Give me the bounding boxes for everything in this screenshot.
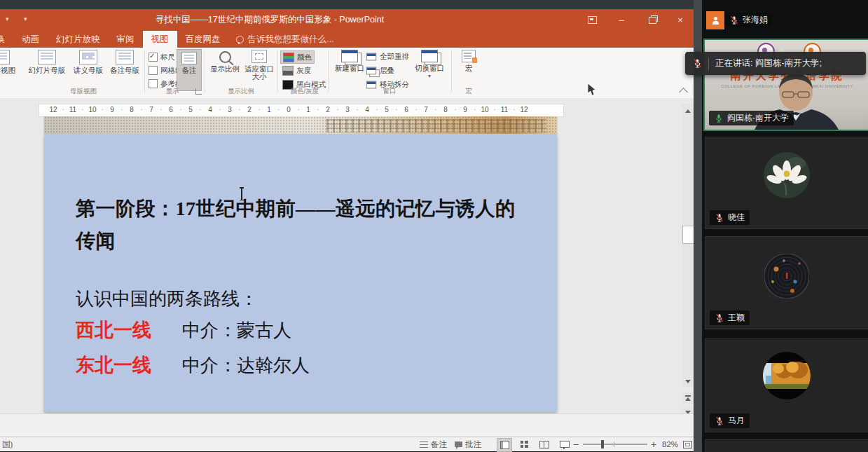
arrange-all-button[interactable]: 全部重排 bbox=[366, 50, 409, 62]
ruler-number: 0 bbox=[282, 106, 296, 114]
ruler-tick: · bbox=[238, 106, 241, 114]
slide-sorter-icon bbox=[521, 441, 528, 448]
notes-lines-icon bbox=[420, 441, 428, 448]
slide-sorter-view-button[interactable] bbox=[517, 438, 531, 451]
zoom-in-button[interactable]: + bbox=[651, 437, 656, 451]
reading-view-button-status[interactable] bbox=[537, 438, 551, 451]
route2-desc: 中介：达斡尔人 bbox=[182, 353, 310, 378]
group-label-master-views: 母版视图 bbox=[25, 87, 142, 96]
grayscale-button[interactable]: 灰度 bbox=[280, 64, 313, 76]
route1-desc: 中介：蒙古人 bbox=[182, 318, 291, 343]
handout-master-icon bbox=[79, 50, 97, 64]
participant-tile-6-partial[interactable] bbox=[705, 439, 868, 452]
ruler-number: 12 bbox=[517, 106, 531, 114]
scrollbar-thumb[interactable] bbox=[682, 226, 694, 244]
screen: ▾ ▾ 寻找中国——17世纪中期前俄罗斯的中国形象 - PowerPoint –… bbox=[0, 0, 868, 452]
color-icon bbox=[283, 53, 294, 62]
reading-view-icon bbox=[0, 50, 10, 64]
reading-view-icon bbox=[539, 441, 549, 448]
zoom-out-button[interactable]: − bbox=[573, 437, 579, 451]
ruler-number: 4 bbox=[203, 106, 217, 114]
notes-pane-collapsed[interactable] bbox=[0, 413, 694, 437]
ruler-number: 2 bbox=[321, 106, 335, 114]
tab-slideshow[interactable]: 幻灯片放映 bbox=[48, 31, 109, 48]
text-cursor bbox=[241, 187, 242, 200]
reading-view-button[interactable]: 阅读视图 bbox=[0, 48, 20, 88]
notes-master-button[interactable]: 备注母版 bbox=[108, 48, 142, 88]
slide-intro-text[interactable]: 认识中国的两条路线： bbox=[76, 287, 258, 311]
status-comments-button[interactable]: 批注 bbox=[455, 437, 481, 451]
slideshow-view-button[interactable] bbox=[558, 438, 572, 451]
ruler-tick: · bbox=[513, 106, 516, 114]
normal-view-button[interactable] bbox=[497, 438, 512, 452]
color-button[interactable]: 颜色 bbox=[280, 50, 315, 64]
participant-tile-3[interactable]: 晓佳 bbox=[705, 137, 868, 229]
ruler-checkbox[interactable]: 标尺 bbox=[149, 51, 175, 63]
close-button[interactable]: × bbox=[668, 9, 692, 31]
window-title: 寻找中国——17世纪中期前俄罗斯的中国形象 - PowerPoint bbox=[0, 14, 539, 26]
previous-slide-button[interactable] bbox=[682, 392, 694, 404]
notes-button[interactable]: 备注 bbox=[177, 49, 202, 91]
slideshow-icon bbox=[560, 441, 570, 448]
participant-tile-4[interactable]: 王颖 bbox=[705, 236, 868, 329]
ruler-number: 1 bbox=[301, 106, 315, 114]
fit-to-window-button[interactable]: 适应窗口大小 bbox=[244, 48, 275, 88]
slide-master-button[interactable]: 幻灯片母版 bbox=[25, 48, 69, 88]
participant-tile-1[interactable]: 张海娟 bbox=[705, 6, 868, 32]
slide-canvas[interactable]: 第一阶段：17世纪中期前——遥远的记忆与诱人的传闻 认识中国的两条路线： 西北一… bbox=[44, 134, 557, 412]
handout-master-button[interactable]: 讲义母版 bbox=[70, 48, 106, 88]
zoom-slider-thumb[interactable] bbox=[601, 440, 604, 448]
macros-button[interactable]: 宏 bbox=[455, 48, 482, 88]
ribbon-display-options-button[interactable] bbox=[580, 9, 604, 31]
ruler-number: 5 bbox=[184, 106, 198, 114]
vertical-scrollbar[interactable] bbox=[682, 104, 694, 385]
speaking-banner-text: 正在讲话: 阎国栋-南开大学; bbox=[715, 57, 822, 69]
ruler-tick: · bbox=[297, 106, 300, 114]
restore-icon bbox=[649, 17, 656, 24]
ruler-tick: · bbox=[140, 106, 143, 114]
show-dialog-launcher[interactable] bbox=[195, 88, 202, 95]
slide-route1-line[interactable]: 西北一线 中介：蒙古人 bbox=[76, 317, 291, 343]
ruler-tick: · bbox=[493, 106, 496, 114]
tab-view[interactable]: 视图 bbox=[143, 31, 177, 48]
fit-slide-icon bbox=[683, 441, 692, 448]
participant-avatar-icon bbox=[706, 11, 724, 29]
participant-name: 晓佳 bbox=[728, 212, 745, 224]
tell-me-box[interactable]: 告诉我您想要做什么... bbox=[229, 31, 341, 48]
participant-tile-5[interactable]: 马月 bbox=[705, 338, 868, 432]
scroll-down-button[interactable] bbox=[682, 376, 694, 387]
fit-window-icon bbox=[252, 50, 267, 63]
cascade-button[interactable]: 层叠 bbox=[366, 64, 394, 76]
ruler-tick: · bbox=[336, 106, 339, 114]
group-label-macro: 宏 bbox=[455, 87, 482, 96]
comment-bubble-icon bbox=[455, 441, 462, 447]
language-indicator-partial[interactable]: 国) bbox=[2, 437, 13, 451]
status-notes-button[interactable]: 备注 bbox=[420, 437, 447, 451]
chevron-down-icon: ▾ bbox=[428, 74, 431, 78]
mic-muted-icon bbox=[715, 416, 724, 426]
slide-route2-line[interactable]: 东北一线 中介：达斡尔人 bbox=[76, 352, 310, 378]
ruler-number: 7 bbox=[419, 106, 433, 114]
tab-transitions[interactable]: 切换 bbox=[0, 31, 13, 48]
group-label-window: 窗口 bbox=[332, 87, 447, 96]
minimize-button[interactable]: – bbox=[609, 9, 633, 31]
fit-slide-to-window-button[interactable] bbox=[680, 438, 694, 451]
tab-review[interactable]: 审阅 bbox=[109, 31, 143, 48]
zoom-slider-track[interactable] bbox=[583, 444, 647, 445]
new-window-button[interactable]: 新建窗口 bbox=[332, 48, 367, 88]
tab-baidu-netdisk[interactable]: 百度网盘 bbox=[177, 31, 229, 48]
ruler-tick: · bbox=[395, 106, 398, 114]
slide-title-text[interactable]: 第一阶段：17世纪中期前——遥远的记忆与诱人的传闻 bbox=[76, 193, 530, 257]
restore-button[interactable] bbox=[640, 9, 664, 31]
switch-windows-button[interactable]: 切换窗口 ▾ bbox=[412, 48, 447, 88]
ruler-tick: · bbox=[101, 106, 104, 114]
participant-name: 阎国栋-南开大学 bbox=[727, 112, 789, 124]
mic-muted-icon bbox=[715, 313, 724, 323]
ruler-number: 3 bbox=[223, 106, 237, 114]
scroll-up-button[interactable] bbox=[682, 105, 694, 116]
zoom-button[interactable]: 显示比例 bbox=[207, 48, 242, 88]
tab-animations[interactable]: 动画 bbox=[13, 31, 48, 48]
ruler-number: 9 bbox=[458, 106, 472, 114]
zoom-percentage[interactable]: 82% bbox=[662, 437, 678, 451]
ruler-tick: · bbox=[415, 106, 418, 114]
